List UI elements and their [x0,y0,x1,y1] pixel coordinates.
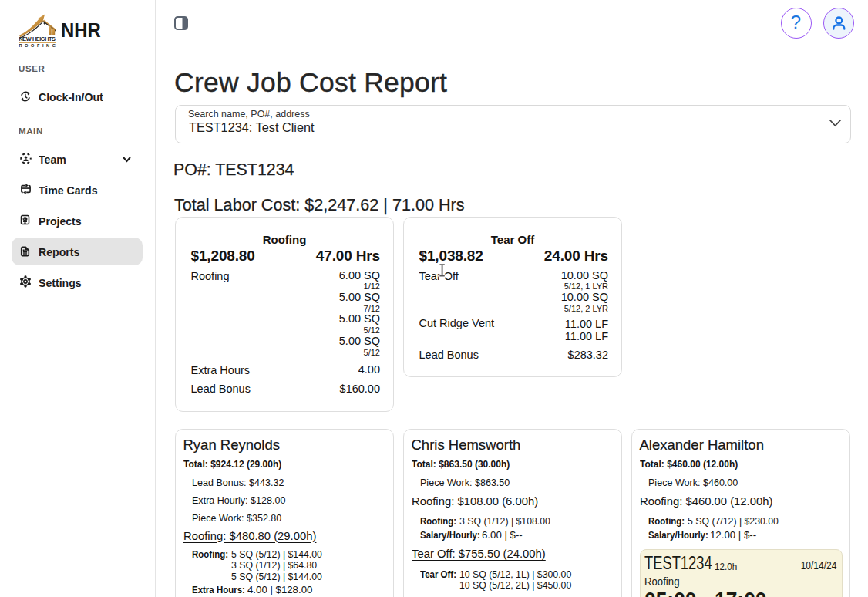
svg-text:R O O F I N G: R O O F I N G [19,43,56,47]
svg-text:NEW HEIGHTS: NEW HEIGHTS [19,35,56,42]
